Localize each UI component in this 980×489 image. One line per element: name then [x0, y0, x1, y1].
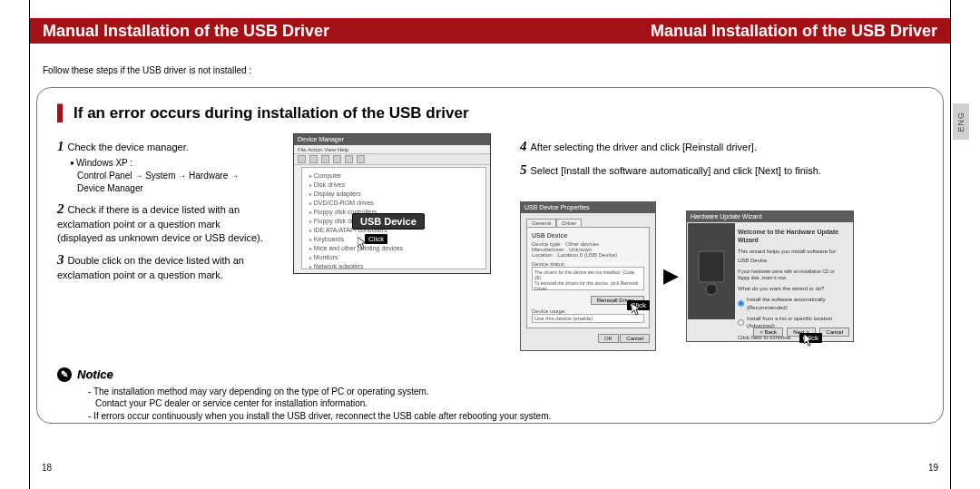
notice-row: ✎ Notice	[57, 367, 923, 382]
props-status-body: The drivers for this device are not inst…	[532, 267, 644, 290]
devmgr-column: Device Manager File Action View Help Com…	[293, 132, 493, 351]
step-5: 5Select [Install the software automatica…	[520, 161, 923, 179]
props-tab-driver: Driver	[556, 219, 582, 227]
click-label: Click	[365, 234, 387, 244]
wizard-titlebar: Hardware Update Wizard	[687, 211, 853, 222]
wizard-cancel-button[interactable]: Cancel	[819, 328, 849, 337]
tree-item: DVD/CD-ROM drives	[309, 199, 482, 208]
header-band: Manual Installation of the USB Driver Ma…	[30, 18, 950, 44]
usb-device-chip: USB Device	[352, 213, 425, 230]
tree-item: Disk drives	[309, 181, 482, 190]
notice-item: If errors occur continuously when you in…	[88, 410, 923, 423]
svg-marker-1	[632, 303, 640, 315]
step-2: 2Check if there is a device listed with …	[57, 200, 266, 245]
notice-label: Notice	[77, 367, 113, 381]
props-ok-button[interactable]: OK	[598, 334, 619, 343]
arrow-icon: →	[178, 171, 186, 181]
props-titlebar: USB Device Properties	[521, 202, 655, 213]
section-title-text: If an error occurs during installation o…	[74, 104, 468, 122]
props-cancel-button[interactable]: Cancel	[620, 334, 650, 343]
wizard-dialog: Hardware Update Wizard Welcome to the Ha…	[686, 210, 854, 342]
header-right: Manual Installation of the USB Driver	[490, 22, 950, 41]
tree-item: Network adapters	[309, 262, 482, 269]
tree-item: Keyboards	[309, 235, 482, 244]
notice-list: The installation method may vary dependi…	[88, 386, 923, 423]
wizard-header: Welcome to the Hardware Update Wizard	[738, 228, 848, 246]
properties-dialog: USB Device Properties GeneralDriver USB …	[520, 201, 656, 351]
step1-sub: Windows XP :	[70, 157, 266, 170]
page-number-left: 18	[42, 463, 52, 473]
svg-marker-4	[804, 334, 812, 346]
tree-item: Mice and other pointing devices	[309, 244, 482, 253]
right-page-rule	[950, 0, 951, 489]
header-left: Manual Installation of the USB Driver	[30, 22, 490, 41]
language-label: ENG	[956, 112, 965, 132]
section-title: ▌If an error occurs during installation …	[57, 104, 923, 122]
step1-path: Control Panel → System → Hardware → Devi…	[77, 170, 266, 194]
content-box: ▌If an error occurs during installation …	[36, 87, 944, 424]
cursor-icon	[358, 237, 367, 249]
intro-text: Follow these steps if the USB driver is …	[43, 65, 251, 75]
arrow-right-icon: ▶	[663, 264, 679, 288]
devmgr-toolbar	[294, 154, 490, 165]
arrow-icon: →	[134, 171, 142, 181]
device-manager-window: Device Manager File Action View Help Com…	[293, 133, 491, 274]
tree-item: Display adapters	[309, 190, 482, 199]
arrow-icon: →	[230, 171, 239, 181]
cursor-icon	[632, 303, 641, 316]
right-column: 4After selecting the driver and click [R…	[520, 132, 923, 351]
svg-marker-0	[358, 237, 366, 249]
wizard-opt-auto[interactable]: Install the software automatically (Reco…	[738, 296, 848, 311]
wizard-back-button[interactable]: < Back	[753, 328, 783, 337]
language-tab: ENG	[953, 103, 969, 140]
devmgr-titlebar: Device Manager	[294, 134, 490, 145]
props-tab-general: General	[526, 219, 556, 227]
tree-item: Monitors	[309, 253, 482, 262]
devmgr-menubar: File Action View Help	[294, 145, 490, 154]
step-4: 4After selecting the driver and click [R…	[520, 137, 923, 155]
notice-item: The installation method may vary dependi…	[88, 386, 923, 398]
notice-item-cont: Contact your PC dealer or service center…	[95, 397, 923, 410]
left-column: 1Check the device manager. Windows XP : …	[57, 132, 266, 351]
left-page-rule	[29, 0, 30, 489]
wizard-side-graphic	[688, 223, 735, 319]
dialog-row: USB Device Properties GeneralDriver USB …	[520, 201, 923, 351]
page-number-right: 19	[928, 463, 938, 473]
notice-badge-icon: ✎	[57, 367, 72, 382]
cursor-icon	[804, 334, 813, 347]
svg-rect-2	[699, 251, 724, 282]
tree-item: Computer	[309, 171, 482, 181]
step-1: 1Check the device manager.	[57, 137, 266, 155]
title-bar-icon: ▌	[57, 104, 68, 122]
props-device-name: USB Device	[532, 232, 644, 239]
svg-point-3	[706, 284, 717, 295]
step-3: 3Double click on the device listed with …	[57, 250, 266, 282]
